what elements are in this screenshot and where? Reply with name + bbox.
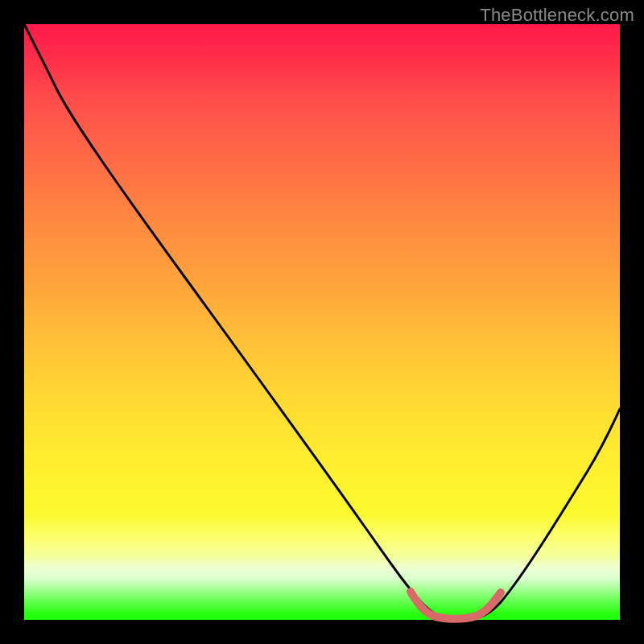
chart-svg [24, 24, 620, 620]
watermark-text: TheBottleneck.com [480, 5, 634, 26]
chart-frame: TheBottleneck.com [0, 0, 644, 644]
plot-area [24, 24, 620, 620]
bottleneck-curve [24, 24, 620, 619]
